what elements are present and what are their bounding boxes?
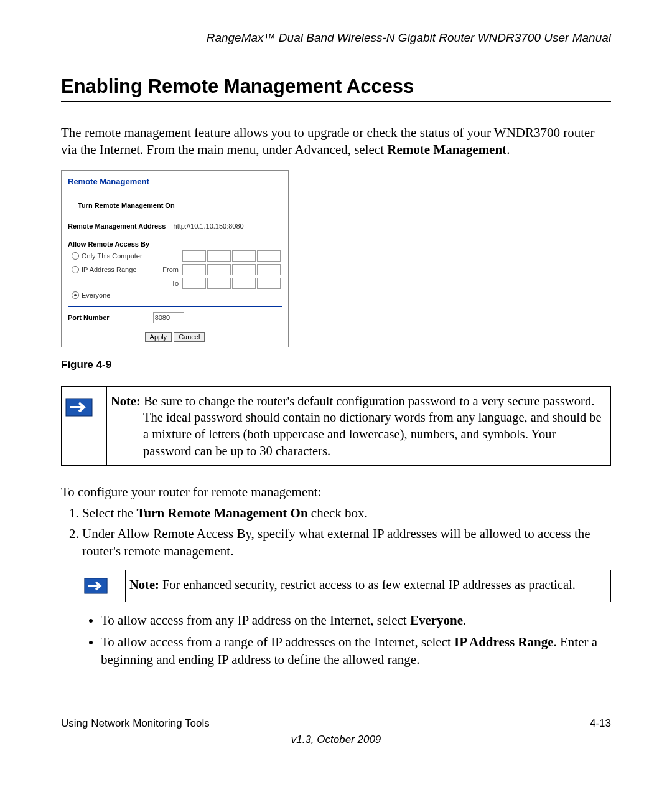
port-input[interactable]: 8080 <box>153 312 184 323</box>
intro-paragraph: The remote management feature allows you… <box>61 125 611 159</box>
bullet-2: To allow access from a range of IP addre… <box>101 634 611 668</box>
b1-bold: Everyone <box>410 613 463 628</box>
b2-bold: IP Address Range <box>454 635 553 649</box>
intro-text: The remote management feature allows you… <box>61 125 594 157</box>
steps-list: Select the Turn Remote Management On che… <box>61 505 611 560</box>
note1-text: Be sure to change the router's default c… <box>141 394 602 458</box>
radio-ip-range[interactable] <box>72 266 79 273</box>
bullet-1: To allow access from any IP address on t… <box>101 612 611 629</box>
note2-text: For enhanced security, restrict access t… <box>159 578 576 592</box>
arrow-icon <box>84 578 108 594</box>
continue-text: To configure your router for remote mana… <box>61 484 611 500</box>
note1-label: Note: <box>111 394 141 408</box>
step1-before: Select the <box>82 506 136 521</box>
intro-bold: Remote Management <box>387 142 506 157</box>
step1-after: check box. <box>308 506 368 521</box>
note2-label: Note: <box>129 578 159 592</box>
from-label: From <box>162 266 179 273</box>
radio-only-this-computer[interactable] <box>72 252 79 260</box>
bullet-list: To allow access from any IP address on t… <box>101 612 611 668</box>
arrow-icon <box>65 398 93 417</box>
b1-after: . <box>463 613 466 628</box>
step-1: Select the Turn Remote Management On che… <box>82 505 611 522</box>
apply-button[interactable]: Apply <box>145 332 172 342</box>
radio-everyone[interactable] <box>72 291 79 299</box>
footer-version: v1.3, October 2009 <box>61 734 611 746</box>
note-box-2: Note: For enhanced security, restrict ac… <box>80 570 611 602</box>
page-title: Enabling Remote Management Access <box>61 75 611 102</box>
port-label: Port Number <box>68 314 110 321</box>
note-box-1: Note: Be sure to change the router's def… <box>61 386 611 466</box>
router-screenshot: Remote Management Turn Remote Management… <box>61 170 289 347</box>
to-label: To <box>171 280 179 287</box>
address-value: http://10.1.10.150:8080 <box>174 222 244 230</box>
intro-after: . <box>506 142 510 157</box>
cancel-button[interactable]: Cancel <box>174 332 205 342</box>
step-2: Under Allow Remote Access By, specify wh… <box>82 526 611 560</box>
page-footer: Using Network Monitoring Tools 4-13 <box>61 712 611 730</box>
step1-bold: Turn Remote Management On <box>136 506 307 521</box>
b2-before: To allow access from a range of IP addre… <box>101 635 454 649</box>
radio-everyone-label: Everyone <box>82 291 110 299</box>
radio-ip-range-label: IP Address Range <box>82 266 136 273</box>
note2-text-wrap: Note: For enhanced security, restrict ac… <box>129 577 602 593</box>
figure-caption: Figure 4-9 <box>61 359 611 371</box>
radio-only-this-computer-label: Only This Computer <box>82 252 142 260</box>
screenshot-title: Remote Management <box>68 177 282 194</box>
running-head: RangeMax™ Dual Band Wireless-N Gigabit R… <box>61 31 611 49</box>
note1-text-wrap: Note: Be sure to change the router's def… <box>111 393 602 460</box>
turn-on-checkbox[interactable] <box>68 202 75 209</box>
b1-before: To allow access from any IP address on t… <box>101 613 410 628</box>
footer-right: 4-13 <box>590 717 611 730</box>
turn-on-label: Turn Remote Management On <box>78 202 175 209</box>
footer-left: Using Network Monitoring Tools <box>61 717 210 730</box>
allow-label: Allow Remote Access By <box>68 240 282 248</box>
address-label: Remote Management Address <box>68 222 166 230</box>
